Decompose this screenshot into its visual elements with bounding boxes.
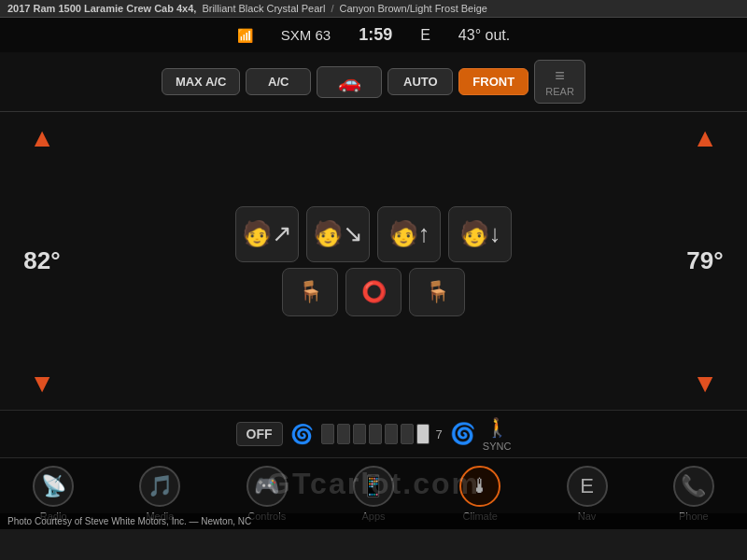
- nav-media-icon-circle: 🎵: [139, 466, 180, 507]
- vent-btn[interactable]: ⭕: [345, 268, 402, 316]
- fan-off-button[interactable]: OFF: [236, 422, 283, 446]
- phone-icon: 📞: [681, 474, 706, 498]
- rear-heat-icon: ≡: [544, 66, 575, 86]
- outside-temp: 43° out.: [458, 27, 510, 44]
- media-icon: 🎵: [148, 474, 173, 498]
- car-icon: 🚗: [338, 72, 361, 92]
- separator: /: [331, 3, 333, 14]
- seat-bottom-1-btn[interactable]: 🪑: [282, 268, 338, 316]
- interior-color: Canyon Brown/Light Frost Beige: [340, 3, 487, 14]
- fan-left-icon[interactable]: 🌀: [290, 423, 314, 445]
- signal-icon: 📶: [237, 28, 253, 43]
- rear-label: REAR: [544, 86, 575, 97]
- seat-heat-pass-icon: 🧑↘: [313, 219, 363, 248]
- car-icon-button[interactable]: 🚗: [317, 66, 382, 98]
- center-controls-grid: 🧑↗ 🧑↘ 🧑↑ 🧑↓ 🪑 ⭕: [84, 116, 663, 406]
- fan-bar-1: [321, 424, 334, 444]
- fan-bar-4: [369, 424, 382, 444]
- seat-bottom-2-btn[interactable]: 🪑: [409, 268, 465, 316]
- compass: E: [420, 27, 430, 44]
- clock: 1:59: [359, 25, 392, 45]
- seat-cool-driver-icon: 🧑↑: [388, 219, 430, 248]
- main-display: 📶 SXM 63 1:59 E 43° out. MAX A/C A/C 🚗 A…: [0, 18, 747, 529]
- nav-apps-icon-circle: 📱: [353, 466, 394, 507]
- nav-controls-icon-circle: 🎮: [247, 466, 288, 507]
- seat-heat-pass-btn[interactable]: 🧑↘: [306, 206, 370, 262]
- fan-bar-3: [353, 424, 366, 444]
- fan-row: OFF 🌀 7 🌀 🚶 SYNC: [0, 410, 747, 457]
- rear-button[interactable]: ≡ REAR: [534, 60, 585, 104]
- front-button[interactable]: FRONT: [458, 68, 529, 95]
- fan-bar-2: [337, 424, 350, 444]
- climate-icon: 🌡: [470, 474, 490, 498]
- fan-speed-number: 7: [436, 427, 443, 441]
- nav-phone-icon-circle: 📞: [673, 466, 714, 507]
- auto-button[interactable]: AUTO: [388, 68, 453, 95]
- photo-credit-bar: Photo Courtesy of Steve White Motors, In…: [0, 513, 747, 529]
- seat-heat-driver-btn[interactable]: 🧑↗: [235, 206, 299, 262]
- sync-button[interactable]: 🚶 SYNC: [483, 416, 512, 452]
- left-temp-up-button[interactable]: ▲: [25, 119, 59, 157]
- vehicle-title: 2017 Ram 1500 Laramie Crew Cab 4x4,: [7, 3, 196, 14]
- left-temp-value: 82°: [23, 246, 60, 275]
- seat-cool-pass-icon: 🧑↓: [459, 219, 501, 248]
- apps-icon: 📱: [360, 474, 386, 498]
- right-temp-value: 79°: [686, 246, 723, 275]
- seat-cool-driver-btn[interactable]: 🧑↑: [377, 206, 441, 262]
- status-bar: 📶 SXM 63 1:59 E 43° out.: [0, 18, 747, 52]
- nav-climate-icon-circle: 🌡: [459, 466, 500, 507]
- photo-credit-text: Photo Courtesy of Steve White Motors, In…: [7, 516, 251, 526]
- left-temp-col: ▲ 82° ▼: [0, 116, 84, 406]
- fan-bar-5: [385, 424, 398, 444]
- seat-cool-pass-btn[interactable]: 🧑↓: [448, 206, 512, 262]
- seat-bottom-2-icon: 🪑: [425, 280, 450, 304]
- radio-station: SXM 63: [281, 27, 331, 43]
- ac-button[interactable]: A/C: [246, 68, 311, 95]
- radio-icon: 📡: [41, 474, 66, 498]
- color-name: Brilliant Black Crystal Pearl: [202, 3, 325, 14]
- sync-icon: 🚶: [486, 416, 509, 439]
- fan-bar-6: [401, 424, 414, 444]
- nav-map-icon: E: [580, 474, 594, 498]
- right-temp-up-button[interactable]: ▲: [688, 119, 722, 157]
- fan-speed-bars: 7: [321, 424, 443, 444]
- nav-radio-icon-circle: 📡: [33, 466, 74, 507]
- fan-bar-7: [416, 424, 430, 444]
- right-temp-col: ▲ 79° ▼: [663, 116, 747, 406]
- sync-label: SYNC: [483, 441, 512, 452]
- seat-bottom-1-icon: 🪑: [298, 280, 323, 304]
- left-temp-down-button[interactable]: ▼: [25, 365, 59, 402]
- nav-nav-icon-circle: E: [567, 466, 608, 507]
- fan-right-icon[interactable]: 🌀: [450, 422, 475, 446]
- top-info-bar: 2017 Ram 1500 Laramie Crew Cab 4x4, Bril…: [0, 0, 747, 18]
- right-temp-down-button[interactable]: ▼: [688, 365, 722, 402]
- ac-control-row: MAX A/C A/C 🚗 AUTO FRONT ≡ REAR: [0, 52, 747, 112]
- climate-main: ▲ 82° ▼ 🧑↗ 🧑↘ 🧑↑ 🧑↓: [0, 112, 747, 410]
- seat-heat-row: 🧑↗ 🧑↘ 🧑↑ 🧑↓: [235, 206, 512, 262]
- vent-icon: ⭕: [361, 280, 387, 304]
- seat-heat-driver-icon: 🧑↗: [242, 219, 292, 248]
- max-ac-button[interactable]: MAX A/C: [162, 68, 240, 95]
- controls-icon: 🎮: [254, 474, 279, 498]
- seat-bottom-row: 🪑 ⭕ 🪑: [282, 268, 465, 316]
